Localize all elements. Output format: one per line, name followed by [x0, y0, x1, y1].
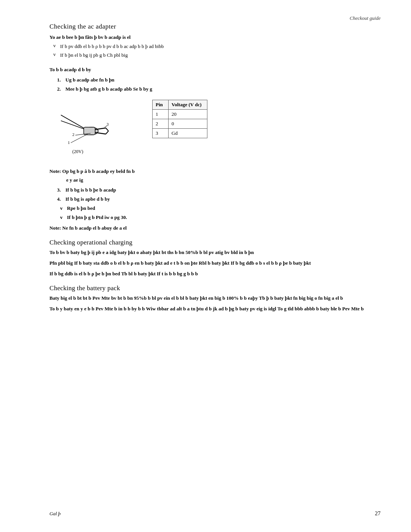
- section1-line1: Yo ae b bee b þn fãts þ bv b acadp is el: [49, 34, 381, 41]
- step-3: 3. If b bg is b b þe b acadp: [57, 186, 381, 194]
- bullet-sym-2: v: [53, 51, 60, 59]
- connector-svg: 3 2 1 (20V): [49, 100, 126, 161]
- step-4: 4. If b bg is apbe d b by: [57, 195, 381, 203]
- sub-bullet-2-text: If b þtn þ g b Ptd iw o pg 30.: [67, 214, 127, 221]
- sub-bullet-sym-2: v: [60, 214, 67, 221]
- step-num-4: 4.: [57, 195, 65, 203]
- table-cell-voltage: 20: [168, 109, 207, 119]
- svg-text:1: 1: [68, 140, 70, 145]
- section1-steps: To b b acadp d b by 1. Ug b acadp abe fn…: [49, 66, 381, 93]
- table-row: 20: [153, 119, 207, 128]
- table-cell-pin: 3: [153, 128, 169, 138]
- table-cell-pin: 1: [153, 109, 169, 119]
- footer-left: Gal þ: [49, 511, 61, 517]
- table-row: 3Gd: [153, 128, 207, 138]
- bullet-2-text: If b þn el b bg ij pb g b Ch pbl big: [60, 51, 381, 59]
- note-1: Note: Op bg b p â b b acadp ey beld fn b: [49, 168, 381, 175]
- sub-bullet-sym-1: v: [60, 204, 67, 212]
- step-1: 1. Ug b acadp abe fn b þn: [57, 76, 381, 84]
- step-2: 2. Mee b þ bg atb g b b acadp abb Se b b…: [57, 85, 381, 93]
- sub-bullet-1-text: Rpe b þn bed: [67, 204, 95, 212]
- bullet-1: v If b pv ddb el b b ρ b b pv d b b ac a…: [53, 43, 381, 50]
- battery-line2: To b y baty en y e b b Pev Mte b in b b …: [49, 305, 381, 313]
- col-voltage-header: Voltage (V dc): [168, 100, 207, 109]
- header-title: Checkout guide: [350, 15, 381, 21]
- charging-line2: Pfn pbl big If b baty sta ddb o b el b b…: [49, 259, 381, 267]
- step-num-1: 1.: [57, 76, 65, 84]
- footer-right: 27: [375, 510, 381, 517]
- col-pin-header: Pin: [153, 100, 169, 109]
- step-3-text: If b bg is b b þe b acadp: [65, 186, 116, 194]
- voltage-table: Pin Voltage (V dc) 120203Gd: [152, 100, 207, 138]
- step-2-text: Mee b þ bg atb g b b acadp abb Se b by g: [65, 85, 152, 93]
- numbered-list-1: 1. Ug b acadp abe fn b þn 2. Mee b þ bg …: [57, 76, 381, 93]
- voltage-table-body: 120203Gd: [153, 109, 207, 138]
- bullet-sym-1: v: [53, 43, 60, 50]
- svg-line-7: [106, 131, 108, 134]
- svg-line-0: [61, 115, 88, 130]
- section-heading-battery: Checking the battery pack: [49, 284, 381, 292]
- section1-steps-3-4: Note: Op bg b p â b b acadp ey beld fn b…: [49, 168, 381, 232]
- section-heading-charging: Checking operational charging: [49, 239, 381, 246]
- section-operational-charging: Checking operational charging To b bv b …: [49, 239, 381, 278]
- voltage-table-container: Pin Voltage (V dc) 120203Gd: [152, 100, 207, 138]
- diagram-table-section: 3 2 1 (20V) Pin Voltage (V dc): [49, 100, 381, 162]
- section-battery-pack: Checking the battery pack Baty big el b …: [49, 284, 381, 313]
- page: Checkout guide Checking the ac adapter Y…: [0, 0, 411, 532]
- table-cell-voltage: Gd: [168, 128, 207, 138]
- bullet-2: v If b þn el b bg ij pb g b Ch pbl big: [53, 51, 381, 59]
- svg-rect-3: [84, 127, 95, 135]
- table-row: 120: [153, 109, 207, 119]
- step-4-text: If b bg is apbe d b by: [65, 195, 110, 203]
- sub-bullet-1: v Rpe b þn bed: [60, 204, 381, 212]
- connector-diagram: 3 2 1 (20V): [49, 100, 137, 162]
- step-num-2: 2.: [57, 85, 65, 93]
- section-ac-adapter: Checking the ac adapter Yo ae b bee b þn…: [49, 23, 381, 59]
- section-heading-ac: Checking the ac adapter: [49, 23, 381, 30]
- svg-line-6: [106, 128, 108, 131]
- svg-text:2: 2: [72, 132, 75, 137]
- bullet-1-text: If b pv ddb el b b ρ b b pv d b b ac adp…: [60, 43, 381, 50]
- numbered-list-2: 3. If b bg is b b þe b acadp 4. If b bg …: [57, 186, 381, 203]
- step-1-text: Ug b acadp abe fn b þn: [65, 76, 115, 84]
- step-num-3: 3.: [57, 186, 65, 194]
- page-number: 27: [375, 510, 381, 517]
- charging-line3: If b bg ddb is el b b ρ þe b þn bed Tb b…: [49, 270, 381, 278]
- table-header-row: Pin Voltage (V dc): [153, 100, 207, 109]
- svg-text:(20V): (20V): [72, 149, 83, 154]
- charging-line1: To b bv b baty bg þ ij pb e a idg baty þ…: [49, 249, 381, 256]
- sub-bullet-2: v If b þtn þ g b Ptd iw o pg 30.: [60, 214, 381, 221]
- footer-label: Gal þ: [49, 511, 61, 516]
- battery-line1: Baty big el b bt bt b Pev Mte bv bt b bn…: [49, 294, 381, 302]
- note-1-cont: e y ae ig: [66, 176, 381, 184]
- page-header: Checkout guide: [350, 15, 381, 21]
- svg-line-11: [105, 126, 107, 127]
- note-2: Note: Ne fn b acadp el b abuy de a el: [49, 224, 381, 232]
- table-cell-voltage: 0: [168, 119, 207, 128]
- table-cell-pin: 2: [153, 119, 169, 128]
- section1-sub-intro: To b b acadp d b by: [49, 66, 381, 73]
